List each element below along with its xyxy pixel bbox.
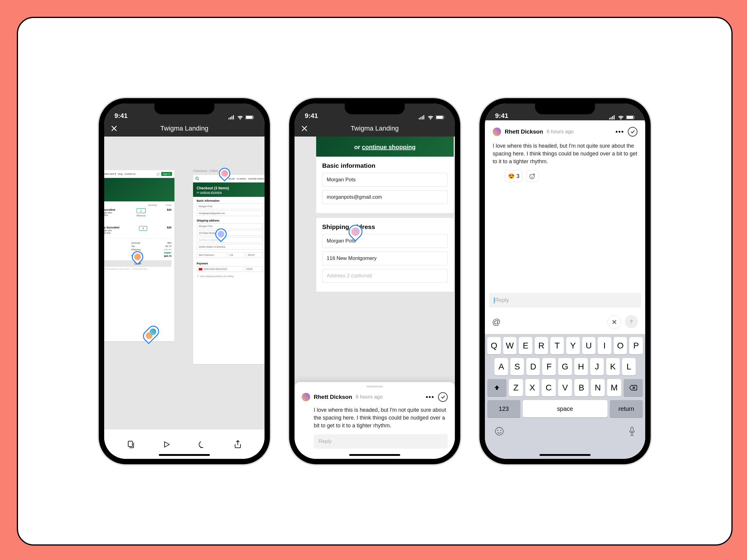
design-canvas-zoomed[interactable]: or continue shopping Basic information M…: [294, 137, 455, 459]
reply-input[interactable]: Reply: [314, 434, 448, 449]
key-k[interactable]: K: [606, 358, 620, 375]
key-j[interactable]: J: [590, 358, 604, 375]
address1-field[interactable]: 116 New Montgomery: [322, 251, 448, 265]
key-u[interactable]: U: [582, 337, 596, 354]
comment-body: I love where this is headed, but I'm not…: [493, 142, 637, 165]
app-nav: Twigma Landing: [294, 121, 455, 137]
sheet-handle[interactable]: [366, 385, 383, 388]
home-indicator[interactable]: [349, 454, 400, 456]
emoji-keyboard-icon[interactable]: [494, 426, 504, 437]
key-a[interactable]: A: [494, 358, 508, 375]
comment-author: Rhett Dickson: [505, 129, 543, 135]
key-f[interactable]: F: [542, 358, 556, 375]
frame-label: Checkout - Filled: [193, 169, 218, 172]
name-field[interactable]: Morgan Pots: [322, 173, 448, 187]
svg-point-26: [495, 427, 503, 435]
svg-rect-18: [612, 116, 613, 119]
avatar: [493, 128, 501, 136]
share-icon[interactable]: [232, 438, 244, 450]
phone-notch: [154, 104, 214, 114]
key-return[interactable]: return: [610, 400, 643, 418]
svg-point-25: [533, 176, 533, 176]
key-r[interactable]: R: [535, 337, 548, 354]
key-p[interactable]: P: [629, 337, 643, 354]
close-icon[interactable]: [301, 125, 308, 132]
battery-icon: [436, 115, 445, 119]
comment-icon[interactable]: [196, 438, 208, 450]
comment-full-sheet[interactable]: Rhett Dickson 6 hours ago ••• I love whe…: [485, 121, 645, 334]
signal-icon: [229, 115, 235, 119]
more-icon[interactable]: •••: [426, 393, 434, 401]
key-z[interactable]: Z: [509, 379, 523, 396]
home-indicator[interactable]: [540, 454, 591, 456]
dictation-icon[interactable]: [628, 426, 636, 437]
more-icon[interactable]: •••: [616, 128, 624, 136]
kbd-row-1: Q W E R T Y U I O P: [487, 337, 643, 354]
send-reply-button[interactable]: [625, 315, 638, 328]
play-icon[interactable]: [161, 438, 173, 450]
svg-rect-8: [128, 441, 132, 447]
key-v[interactable]: V: [558, 379, 572, 396]
email-field[interactable]: morganpots@gmail.com: [197, 210, 263, 216]
remove-link[interactable]: Remove: [137, 214, 146, 217]
continue-shopping-link[interactable]: continue shopping: [362, 144, 415, 150]
key-123[interactable]: 123: [487, 400, 520, 418]
key-t[interactable]: T: [550, 337, 564, 354]
key-n[interactable]: N: [591, 379, 605, 396]
key-q[interactable]: Q: [487, 337, 501, 354]
email-field[interactable]: morganpots@gmail.com: [322, 190, 448, 204]
key-d[interactable]: D: [526, 358, 540, 375]
key-y[interactable]: Y: [566, 337, 580, 354]
resolve-button[interactable]: [628, 127, 637, 137]
key-o[interactable]: O: [614, 337, 627, 354]
key-w[interactable]: W: [503, 337, 517, 354]
comment-sheet[interactable]: Rhett Dickson 6 hours ago ••• I love whe…: [294, 382, 455, 459]
status-time: 9:41: [114, 112, 128, 120]
key-s[interactable]: S: [510, 358, 524, 375]
copy-icon[interactable]: [125, 438, 137, 450]
battery-icon: [245, 115, 254, 119]
qty-stepper[interactable]: 2: [139, 226, 147, 231]
add-reaction-button[interactable]: [526, 170, 538, 182]
app-nav: Twigma Landing: [104, 121, 264, 137]
close-icon[interactable]: [111, 125, 118, 132]
search-icon[interactable]: [196, 177, 199, 180]
section-heading: Shipping address: [322, 223, 448, 231]
cancel-reply-button[interactable]: [608, 315, 621, 329]
svg-rect-12: [423, 115, 424, 119]
continue-shopping-link[interactable]: continue shopping: [200, 191, 222, 194]
key-l[interactable]: L: [622, 358, 636, 375]
key-b[interactable]: B: [574, 379, 589, 396]
key-h[interactable]: H: [574, 358, 588, 375]
section-heading: Basic information: [322, 162, 448, 169]
resolve-button[interactable]: [438, 392, 448, 402]
ios-keyboard: Q W E R T Y U I O P A S D F G H J K L: [485, 334, 645, 459]
address2-field[interactable]: Address 2 (optional): [322, 269, 448, 283]
key-space[interactable]: space: [523, 400, 608, 418]
key-shift[interactable]: [487, 379, 507, 396]
page-background: 9:41 Twigma Landing: [0, 0, 747, 560]
name-field[interactable]: Morgan Pots: [197, 204, 263, 209]
key-m[interactable]: M: [607, 379, 621, 396]
home-indicator[interactable]: [159, 454, 210, 456]
ship-name-field[interactable]: Morgan Pots: [322, 234, 448, 248]
frame-checkout-zoomed[interactable]: or continue shopping Basic information M…: [316, 137, 454, 292]
key-x[interactable]: X: [525, 379, 540, 396]
status-time: 9:41: [495, 112, 508, 120]
key-e[interactable]: E: [519, 337, 532, 354]
mention-button[interactable]: @: [492, 317, 500, 327]
frame-checkout[interactable]: Checkout - Filled all pla st sellers rec…: [193, 175, 264, 364]
reaction-chip[interactable]: 😍3: [505, 170, 523, 182]
reply-input[interactable]: Reply: [489, 293, 641, 308]
key-c[interactable]: C: [542, 379, 556, 396]
svg-rect-1: [230, 117, 231, 119]
key-backspace[interactable]: [624, 379, 643, 396]
comment-author: Rhett Dickson: [314, 394, 352, 400]
key-i[interactable]: I: [598, 337, 611, 354]
qty-stepper[interactable]: 1: [137, 208, 146, 213]
svg-rect-11: [422, 116, 423, 119]
svg-rect-22: [634, 116, 635, 118]
design-canvas[interactable]: plant care ▾ blog contact us 🛒 Sign in Q…: [104, 137, 264, 429]
signin-button[interactable]: Sign in: [161, 172, 172, 176]
key-g[interactable]: G: [558, 358, 572, 375]
